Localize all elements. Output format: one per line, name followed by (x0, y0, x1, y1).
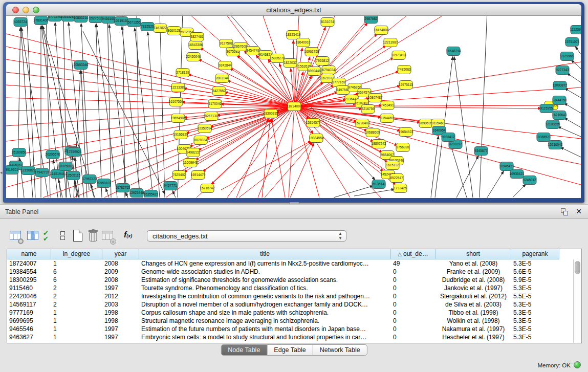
function-builder-button[interactable]: f(x) (124, 230, 141, 244)
table-cell[interactable]: 22420046 (7, 292, 51, 300)
graph-node[interactable]: 20553346 (74, 61, 89, 70)
graph-node[interactable]: 12444150 (552, 96, 567, 105)
graph-node[interactable]: 15354577 (306, 119, 321, 127)
graph-node[interactable]: 18325419 (286, 31, 301, 39)
graph-node[interactable]: 7815526 (141, 23, 154, 31)
graph-node[interactable]: 16914479 (191, 171, 206, 180)
table-cell[interactable]: 6 (51, 276, 102, 284)
table-cell[interactable]: 2009 (102, 268, 139, 276)
graph-edge-black[interactable] (137, 16, 139, 198)
graph-node[interactable]: 10719155 (114, 17, 129, 26)
table-cell[interactable]: Estimation of significance thresholds fo… (139, 276, 391, 284)
graph-node[interactable]: 3919301 (6, 166, 18, 174)
table-cell[interactable]: Structural magnetic resonance image aver… (139, 317, 391, 325)
graph-node[interactable]: 8660128 (167, 27, 181, 35)
table-cell[interactable]: 2008 (102, 276, 139, 284)
graph-node[interactable]: 10688609 (365, 128, 380, 137)
graph-node[interactable]: 19654923 (399, 128, 413, 137)
graph-node[interactable]: 8878334 (194, 136, 207, 145)
table-cell[interactable]: 1998 (102, 309, 139, 317)
graph-node[interactable]: 16961758 (304, 48, 319, 56)
table-cell[interactable]: 14569117 (7, 300, 51, 309)
table-cell[interactable]: 2 (51, 284, 102, 292)
graph-node[interactable]: 27691406 (34, 16, 49, 25)
table-cell[interactable]: 0 (391, 333, 435, 341)
graph-node[interactable]: 12156823 (21, 166, 36, 175)
close-panel-icon[interactable]: ✕ (576, 207, 582, 215)
graph-node[interactable]: 17942737 (35, 168, 50, 177)
table-cell[interactable]: Tourette syndrome. Phenomenology and cla… (139, 284, 391, 292)
table-cell[interactable]: 1 (51, 259, 102, 268)
graph-edge-red[interactable] (262, 119, 270, 198)
table-row[interactable]: 2242004622012Investigating the contribut… (7, 292, 573, 300)
graph-edge-black[interactable] (148, 32, 160, 198)
graph-edge-black[interactable] (571, 60, 581, 69)
graph-node[interactable]: 16154808 (374, 26, 389, 35)
graph-node[interactable]: 3216759 (361, 105, 375, 114)
graph-node[interactable]: 8522547 (390, 174, 403, 183)
graph-node[interactable]: 17359924 (67, 148, 82, 157)
graph-edge-red[interactable] (221, 141, 311, 190)
table-cell[interactable]: Franke et al. (2009) (435, 268, 511, 276)
graph-edge-black[interactable] (575, 47, 581, 54)
graph-edge-red[interactable] (6, 106, 294, 157)
graph-node[interactable]: 11451944 (50, 170, 65, 179)
graph-node[interactable]: 12093872 (553, 81, 568, 90)
graph-node[interactable]: 9127508 (220, 39, 233, 48)
graph-node[interactable]: 12923448 (129, 189, 144, 198)
graph-edge-black[interactable] (431, 136, 439, 198)
table-row[interactable]: 1872400712008Changes of HCN gene express… (7, 259, 573, 268)
graph-node[interactable]: 10853216 (74, 16, 89, 23)
graph-node[interactable]: 2718129 (176, 69, 189, 77)
table-cell[interactable]: Jankovic et al. (1997) (435, 284, 511, 292)
table-cell[interactable]: 9699695 (7, 317, 51, 325)
graph-edge-red[interactable] (6, 106, 294, 111)
graph-edge-red[interactable] (294, 16, 406, 106)
graph-edge-black[interactable] (178, 16, 183, 198)
graph-node[interactable]: 9170046 (208, 100, 222, 108)
table-row[interactable]: 1456911722003Disruption of a novel membe… (7, 300, 573, 309)
table-cell[interactable]: 5.3E-5 (511, 300, 559, 309)
graph-node[interactable]: 9699695 (419, 119, 432, 128)
panel-collapse-arrow-icon[interactable]: ◂ (0, 170, 3, 175)
table-cell[interactable]: Dudbridge et al. (2008) (435, 276, 511, 284)
graph-node[interactable]: 8454749 (246, 47, 259, 55)
create-column-button[interactable] (72, 229, 85, 243)
graph-node[interactable]: 18724007 (287, 102, 302, 111)
graph-node[interactable]: 16107554 (169, 98, 184, 106)
table-cell[interactable]: 0 (391, 284, 435, 292)
column-header-name[interactable]: name (7, 249, 51, 259)
table-cell[interactable]: Yano et al. (2008) (435, 259, 511, 268)
column-header-in_degree[interactable]: in_degree (51, 249, 102, 259)
table-cell[interactable]: 2008 (102, 259, 139, 268)
table-cell[interactable]: 5.3E-5 (511, 317, 559, 325)
graph-edge-red[interactable] (206, 106, 294, 138)
graph-node[interactable]: 10973493 (391, 51, 406, 60)
table-row[interactable]: 1830029562008Estimation of significance … (7, 276, 573, 284)
graph-node[interactable]: 7625402 (172, 171, 186, 180)
graph-edge-red[interactable] (188, 74, 294, 106)
show-column-button[interactable] (27, 229, 40, 243)
graph-node[interactable]: 9115955 (540, 104, 553, 113)
graph-node[interactable]: 8131074 (321, 18, 334, 27)
table-cell[interactable]: 18724007 (7, 259, 51, 268)
column-header-short[interactable]: short (435, 249, 511, 259)
table-cell[interactable]: 5.3E-5 (511, 309, 559, 317)
graph-edge-red[interactable] (265, 142, 313, 198)
graph-node[interactable]: 10975887 (58, 162, 73, 171)
table-cell[interactable]: Estimation of the future numbers of pati… (139, 325, 391, 333)
table-cell[interactable]: 1 (51, 309, 102, 317)
graph-edge-black[interactable] (513, 184, 526, 198)
graph-node[interactable]: 10807487 (368, 94, 383, 102)
graph-node[interactable]: 7463822 (154, 24, 167, 33)
tab-node-table[interactable]: Node Table (221, 345, 267, 355)
graph-node[interactable]: 10945421 (499, 162, 514, 171)
graph-node[interactable]: 17957223 (82, 175, 97, 184)
graph-node[interactable]: 12505115 (66, 171, 81, 180)
graph-node[interactable]: 3827461 (190, 33, 204, 41)
graph-node[interactable]: 12213987 (383, 38, 398, 47)
graph-node[interactable]: 8427552 (212, 87, 226, 96)
graph-edge-red[interactable] (294, 106, 541, 108)
table-cell[interactable]: Hescheler et al. (1997) (435, 333, 511, 341)
graph-node[interactable]: 7453491 (381, 101, 394, 110)
